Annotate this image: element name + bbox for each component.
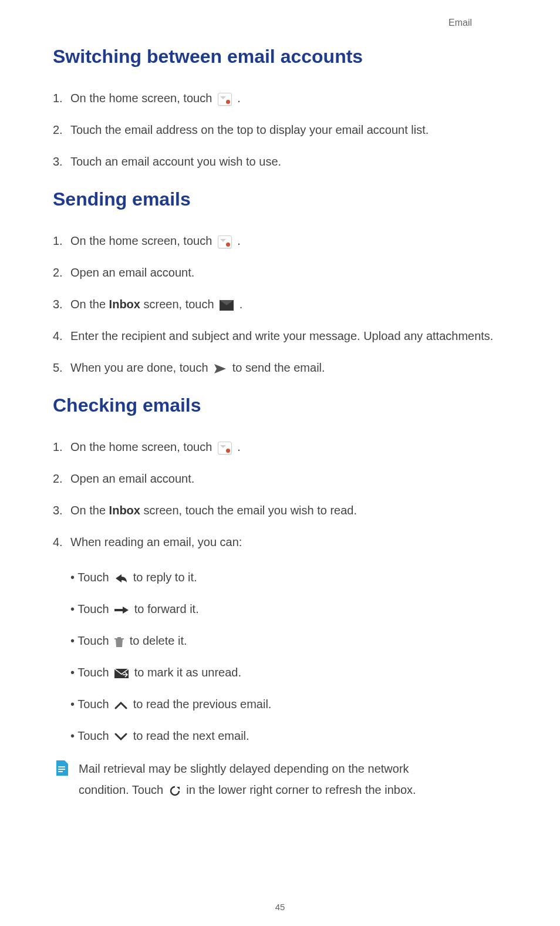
step-1: 1.On the home screen, touch . — [53, 231, 507, 250]
step-text-bold: Inbox — [109, 504, 140, 517]
step-text-pre: On the — [70, 298, 109, 311]
step-number: 3. — [53, 295, 70, 314]
send-icon — [214, 363, 227, 374]
bullet-text-pre: Touch — [77, 571, 112, 584]
step-number: 1. — [53, 89, 70, 107]
step-text-post: . — [234, 92, 241, 105]
bullet-text-post: to delete it. — [126, 634, 187, 647]
step-text-post: to send the email. — [229, 361, 325, 374]
document-page: Email Switching between email accounts 1… — [0, 0, 560, 926]
step-3: 3.Touch an email account you wish to use… — [53, 152, 507, 171]
step-text-post: . — [234, 234, 241, 247]
svg-rect-1 — [58, 766, 65, 767]
chevron-down-icon — [114, 733, 127, 741]
step-text: Touch the email address on the top to di… — [70, 123, 429, 136]
bullet-next: Touch to read the next email. — [88, 726, 507, 745]
bullet-reply: Touch to reply to it. — [88, 568, 507, 587]
bullet-delete: Touch to delete it. — [88, 631, 507, 650]
bullet-text-pre: Touch — [77, 698, 112, 711]
page-number: 45 — [0, 902, 560, 912]
step-number: 3. — [53, 501, 70, 520]
bullet-text-pre: Touch — [77, 602, 112, 615]
step-number: 3. — [53, 152, 70, 171]
bullet-prev: Touch to read the previous email. — [88, 695, 507, 713]
step-number: 5. — [53, 358, 70, 377]
bullet-text-post: to mark it as unread. — [131, 666, 241, 679]
svg-rect-2 — [58, 769, 65, 770]
email-app-icon — [218, 442, 232, 454]
step-4: 4.When reading an email, you can: Touch … — [53, 533, 507, 745]
bullet-text-post: to read the next email. — [130, 729, 249, 742]
step-2: 2.Open an email account. — [53, 263, 507, 282]
step-number: 1. — [53, 231, 70, 250]
note-text: Mail retrieval may be slightly delayed d… — [79, 758, 507, 800]
step-text-post: . — [236, 298, 242, 311]
step-text: Open an email account. — [70, 266, 194, 279]
step-text-bold: Inbox — [109, 298, 140, 311]
bullet-text-pre: Touch — [77, 729, 112, 742]
step-text: Enter the recipient and subject and writ… — [70, 329, 493, 342]
bullet-forward: Touch to forward it. — [88, 600, 507, 618]
step-text: On the home screen, touch — [70, 234, 215, 247]
step-5: 5.When you are done, touch to send the e… — [53, 358, 507, 377]
heading-checking: Checking emails — [53, 395, 507, 416]
heading-switching: Switching between email accounts — [53, 46, 507, 68]
step-text: Open an email account. — [70, 472, 194, 485]
step-text-post: . — [234, 440, 241, 453]
step-2: 2.Touch the email address on the top to … — [53, 120, 507, 139]
steps-switching: 1.On the home screen, touch . 2.Touch th… — [53, 89, 507, 171]
steps-checking: 1.On the home screen, touch . 2.Open an … — [53, 437, 507, 745]
step-number: 4. — [53, 533, 70, 551]
step-text-mid: screen, touch — [140, 298, 217, 311]
reply-icon — [114, 573, 127, 584]
step-text-pre: When you are done, touch — [70, 361, 211, 374]
note-line2-pre: condition. Touch — [79, 783, 167, 796]
steps-sending: 1.On the home screen, touch . 2.Open an … — [53, 231, 507, 377]
note-line1: Mail retrieval may be slightly delayed d… — [79, 762, 409, 775]
step-text: When reading an email, you can: — [70, 536, 242, 548]
trash-icon — [114, 636, 124, 648]
step-text: On the home screen, touch — [70, 92, 215, 105]
refresh-icon — [169, 785, 181, 797]
forward-icon — [114, 606, 129, 614]
bullet-text-pre: Touch — [77, 666, 112, 679]
step-number: 2. — [53, 263, 70, 282]
step-number: 2. — [53, 120, 70, 139]
step-number: 2. — [53, 469, 70, 488]
bullet-text-pre: Touch — [77, 634, 112, 647]
note-block: Mail retrieval may be slightly delayed d… — [53, 758, 507, 800]
heading-sending: Sending emails — [53, 188, 507, 210]
step-3: 3.On the Inbox screen, touch . — [53, 295, 507, 314]
step-number: 1. — [53, 437, 70, 456]
note-line2-post: in the lower right corner to refresh the… — [183, 783, 416, 796]
bullet-text-post: to read the previous email. — [130, 698, 271, 711]
step-text-pre: On the — [70, 504, 109, 517]
email-app-icon — [218, 93, 232, 106]
email-app-icon — [218, 235, 232, 248]
step-text-post: screen, touch the email you wish to read… — [140, 504, 357, 517]
chevron-up-icon — [114, 701, 127, 709]
step-number: 4. — [53, 326, 70, 345]
step-1: 1.On the home screen, touch . — [53, 89, 507, 107]
step-1: 1.On the home screen, touch . — [53, 437, 507, 456]
step-4: 4.Enter the recipient and subject and wr… — [53, 326, 507, 345]
note-icon — [55, 760, 68, 776]
step-text: On the home screen, touch — [70, 440, 215, 453]
sub-bullets: Touch to reply to it. Touch to forward i… — [70, 568, 507, 745]
compose-mail-icon — [220, 300, 234, 311]
bullet-mark-unread: Touch to mark it as unread. — [88, 663, 507, 682]
step-2: 2.Open an email account. — [53, 469, 507, 488]
bullet-text-post: to forward it. — [131, 602, 199, 615]
mark-unread-icon — [114, 669, 129, 678]
bullet-text-post: to reply to it. — [130, 571, 197, 584]
svg-rect-3 — [58, 771, 63, 772]
step-3: 3.On the Inbox screen, touch the email y… — [53, 501, 507, 520]
page-header-label: Email — [53, 18, 507, 28]
step-text: Touch an email account you wish to use. — [70, 155, 281, 168]
